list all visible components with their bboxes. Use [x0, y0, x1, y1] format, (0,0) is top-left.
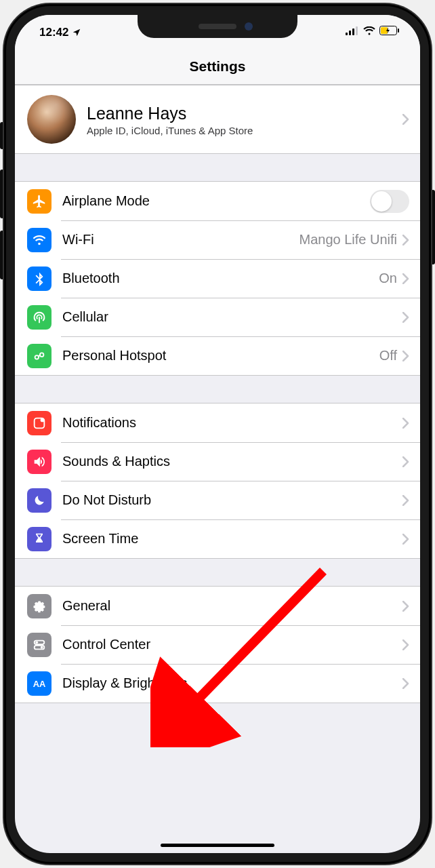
notifications-group: Notifications Sounds & Haptics Do Not Di… [15, 403, 420, 559]
hotspot-row[interactable]: Personal Hotspot Off [15, 336, 420, 375]
wifi-icon [27, 228, 51, 252]
chevron-right-icon [402, 534, 409, 545]
chevron-right-icon [402, 114, 409, 125]
svg-rect-1 [349, 31, 351, 35]
cellular-signal-icon [346, 26, 359, 35]
svg-point-8 [41, 418, 45, 422]
location-arrow-icon [72, 28, 81, 37]
airplane-toggle[interactable] [370, 190, 409, 213]
profile-subtitle: Apple ID, iCloud, iTunes & App Store [87, 125, 402, 136]
svg-text:AA: AA [33, 678, 46, 688]
bluetooth-icon [27, 267, 51, 291]
row-value: On [379, 271, 397, 286]
wifi-row[interactable]: Wi-Fi Mango Life Unifi [15, 220, 420, 259]
profile-name: Leanne Hays [87, 103, 402, 123]
row-label: Notifications [62, 415, 402, 431]
chevron-right-icon [402, 351, 409, 361]
screen: 12:42 [15, 15, 420, 853]
page-title: Settings [15, 49, 420, 85]
apple-id-row[interactable]: Leanne Hays Apple ID, iCloud, iTunes & A… [15, 85, 420, 153]
gear-icon [27, 594, 51, 618]
phone-frame: 12:42 [4, 4, 431, 864]
svg-rect-3 [356, 26, 358, 35]
chevron-right-icon [402, 235, 409, 245]
hourglass-icon [27, 527, 51, 551]
display-row[interactable]: AA Display & Brightness [15, 664, 420, 703]
home-indicator[interactable] [161, 844, 274, 847]
chevron-right-icon [402, 273, 409, 284]
row-label: Display & Brightness [62, 675, 402, 691]
svg-rect-6 [398, 28, 399, 33]
moon-icon [27, 488, 51, 513]
dnd-row[interactable]: Do Not Disturb [15, 481, 420, 519]
connectivity-group: Airplane Mode Wi-Fi Mango Life Unifi Blu… [15, 181, 420, 376]
svg-rect-2 [352, 28, 354, 35]
cellular-icon [27, 305, 51, 330]
hotspot-icon [27, 344, 51, 368]
bluetooth-row[interactable]: Bluetooth On [15, 259, 420, 298]
svg-rect-0 [346, 33, 348, 35]
control-center-row[interactable]: Control Center [15, 625, 420, 664]
row-label: Wi-Fi [62, 232, 299, 248]
row-label: Screen Time [62, 531, 402, 547]
row-value: Mango Life Unifi [299, 232, 397, 248]
row-label: General [62, 598, 402, 614]
row-label: Sounds & Haptics [62, 454, 402, 469]
row-label: Airplane Mode [62, 193, 370, 209]
chevron-right-icon [402, 639, 409, 650]
general-row[interactable]: General [15, 587, 420, 625]
chevron-right-icon [402, 495, 409, 506]
svg-point-12 [41, 646, 43, 648]
svg-point-10 [36, 641, 39, 644]
notch [138, 15, 297, 38]
airplane-mode-row[interactable]: Airplane Mode [15, 182, 420, 220]
notifications-icon [27, 411, 51, 435]
row-label: Do Not Disturb [62, 492, 402, 508]
cellular-row[interactable]: Cellular [15, 298, 420, 336]
sounds-row[interactable]: Sounds & Haptics [15, 442, 420, 481]
row-label: Bluetooth [62, 271, 379, 286]
display-icon: AA [27, 671, 51, 696]
chevron-right-icon [402, 312, 409, 323]
battery-icon [379, 26, 400, 35]
avatar [27, 95, 76, 144]
row-label: Cellular [62, 309, 402, 325]
notifications-row[interactable]: Notifications [15, 403, 420, 442]
screentime-row[interactable]: Screen Time [15, 519, 420, 558]
wifi-icon [363, 26, 375, 35]
status-time: 12:42 [39, 26, 68, 39]
section-gap [15, 559, 420, 586]
row-value: Off [379, 348, 397, 363]
control-center-icon [27, 633, 51, 657]
chevron-right-icon [402, 678, 409, 689]
airplane-icon [27, 189, 51, 214]
chevron-right-icon [402, 601, 409, 612]
chevron-right-icon [402, 456, 409, 467]
chevron-right-icon [402, 418, 409, 429]
row-label: Control Center [62, 637, 402, 652]
row-label: Personal Hotspot [62, 348, 379, 363]
section-gap [15, 154, 420, 181]
sounds-icon [27, 450, 51, 474]
profile-section: Leanne Hays Apple ID, iCloud, iTunes & A… [15, 85, 420, 154]
general-group: General Control Center AA Display & Brig… [15, 586, 420, 703]
section-gap [15, 376, 420, 403]
